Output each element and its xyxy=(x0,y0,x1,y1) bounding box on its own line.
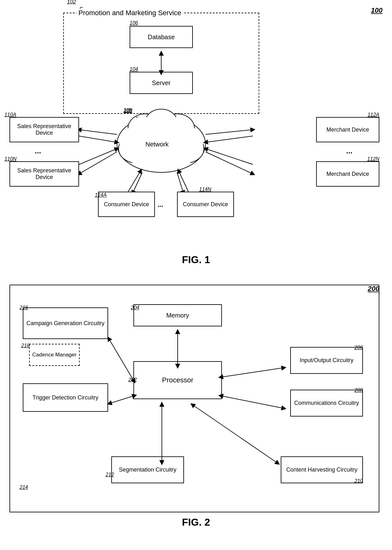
svg-line-25 xyxy=(126,171,141,195)
fig1-diagram: 100 Promotion and Marketing Service 102 … xyxy=(0,3,392,269)
svg-point-5 xyxy=(128,114,163,142)
content-harvest-box: Content Harvesting Circuitry xyxy=(281,456,363,483)
merchant-a-box: Merchant Device xyxy=(316,117,379,142)
svg-line-18 xyxy=(79,152,117,174)
ref-204: 204 xyxy=(131,305,139,311)
ref-114n: 114N xyxy=(199,187,211,192)
cadence-mgr-label: Cadence Manager xyxy=(32,352,77,358)
trigger-detect-label: Trigger Detection Circuitry xyxy=(33,394,98,401)
svg-line-31 xyxy=(222,368,285,377)
svg-line-23 xyxy=(205,149,253,164)
merchant-a-label: Merchant Device xyxy=(326,127,369,133)
ref-202: 202 xyxy=(128,377,137,383)
fig2-outer-box: Memory 204 Processor 202 Campaign Genera… xyxy=(9,285,379,512)
ref-114a: 114A xyxy=(95,192,107,198)
promo-service-label: Promotion and Marketing Service xyxy=(77,9,183,17)
svg-line-24 xyxy=(133,172,142,193)
fig1-label: FIG. 1 xyxy=(182,254,210,266)
memory-label: Memory xyxy=(166,312,189,319)
ref-102: 102 xyxy=(67,0,76,5)
promo-service-box: Promotion and Marketing Service 102 ⌐ Da… xyxy=(63,13,259,114)
svg-line-34 xyxy=(193,405,279,464)
fig2-diagram: 200 Memory 204 Processor 202 Campaign Ge… xyxy=(9,278,383,531)
content-harvest-label: Content Harvesting Circuitry xyxy=(286,467,357,473)
segmentation-label: Segmentation Circuitry xyxy=(119,467,176,473)
ref-218: 218 xyxy=(21,343,30,349)
svg-line-21 xyxy=(205,136,253,142)
server-box: Server xyxy=(130,72,193,94)
consumer-dots: ... xyxy=(157,201,163,209)
database-label: Database xyxy=(148,34,175,41)
ref-110n: 110N xyxy=(4,156,16,162)
processor-label: Processor xyxy=(162,376,193,384)
consumer-a-label: Consumer Device xyxy=(104,201,149,208)
ref-208: 208 xyxy=(354,387,363,393)
sales-rep-a-box: Sales Representative Device xyxy=(9,117,79,142)
sales-rep-a-label: Sales Representative Device xyxy=(10,123,78,136)
ref-112a: 112A xyxy=(368,112,379,118)
io-circuitry-box: Input/Output Circuitry xyxy=(290,347,363,374)
ref-216: 216 xyxy=(20,305,28,311)
ref-102-brace: ⌐ xyxy=(80,4,83,11)
server-label: Server xyxy=(152,79,171,87)
merchant-n-label: Merchant Device xyxy=(326,171,369,177)
comms-box: Communications Circuitry xyxy=(290,390,363,417)
svg-line-19 xyxy=(79,149,117,164)
ref-206: 206 xyxy=(354,345,363,350)
database-box: Database xyxy=(130,26,193,48)
campaign-gen-box: Campaign Generation Circuitry xyxy=(23,307,108,339)
comms-label: Communications Circuitry xyxy=(294,400,359,406)
ref-110a: 110A xyxy=(4,112,16,118)
ref-104: 104 xyxy=(130,66,138,72)
svg-point-4 xyxy=(169,134,204,163)
svg-line-29 xyxy=(108,337,133,380)
segmentation-box: Segmentation Circuitry xyxy=(111,456,184,483)
trigger-detect-box: Trigger Detection Circuitry xyxy=(23,383,108,412)
svg-point-11 xyxy=(130,117,161,141)
campaign-gen-label: Campaign Generation Circuitry xyxy=(26,320,104,327)
ref-106: 106 xyxy=(130,20,138,26)
svg-line-26 xyxy=(177,172,183,193)
fig1-ref-number: 100 xyxy=(371,6,383,15)
svg-line-22 xyxy=(205,152,253,174)
svg-line-30 xyxy=(108,396,133,404)
ref-212: 212 xyxy=(106,472,114,478)
ref-108: 108 xyxy=(123,108,132,113)
sales-rep-n-box: Sales Representative Device xyxy=(9,161,79,187)
svg-line-27 xyxy=(179,171,190,195)
sales-rep-dots: ... xyxy=(35,146,41,155)
page: 100 Promotion and Marketing Service 102 … xyxy=(0,0,392,550)
svg-line-17 xyxy=(79,136,117,142)
svg-line-20 xyxy=(205,130,253,134)
network-label: Network xyxy=(145,141,168,148)
svg-line-32 xyxy=(222,396,285,409)
merchant-n-box: Merchant Device xyxy=(316,161,379,187)
svg-point-13 xyxy=(147,112,175,134)
ref-112n: 112N xyxy=(367,156,379,162)
svg-point-3 xyxy=(119,134,153,163)
svg-point-12 xyxy=(162,117,192,141)
io-circuitry-label: Input/Output Circuitry xyxy=(300,357,353,364)
merchant-dots: ... xyxy=(346,146,352,155)
fig2-label: FIG. 2 xyxy=(182,516,210,528)
memory-box: Memory xyxy=(133,304,222,326)
ref-210: 210 xyxy=(354,478,363,484)
ref-214: 214 xyxy=(20,485,28,490)
consumer-n-box: Consumer Device xyxy=(177,192,234,217)
svg-line-16 xyxy=(79,130,117,134)
svg-point-6 xyxy=(160,114,194,142)
svg-point-10 xyxy=(171,138,202,162)
cadence-mgr-box: Cadence Manager xyxy=(29,344,80,366)
svg-text:⌐: ⌐ xyxy=(136,114,139,120)
processor-box: Processor xyxy=(133,361,222,399)
consumer-n-label: Consumer Device xyxy=(183,201,228,208)
sales-rep-n-label: Sales Representative Device xyxy=(10,167,78,181)
